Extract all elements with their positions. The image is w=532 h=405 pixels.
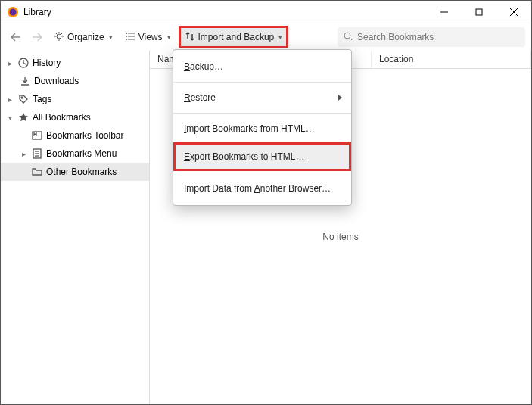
svg-rect-3 (476, 9, 482, 15)
views-label: Views (138, 32, 163, 42)
menu-item-import-browser[interactable]: Import Data from Another Browser… (173, 175, 351, 202)
menu-item-restore[interactable]: Restore (173, 84, 351, 111)
menu-item-export-html[interactable]: Export Bookmarks to HTML… (173, 142, 351, 171)
sidebar-item-other-bookmarks[interactable]: Other Bookmarks (1, 163, 149, 181)
import-export-icon (185, 31, 195, 44)
import-backup-button[interactable]: Import and Backup ▾ (179, 26, 289, 48)
star-icon (17, 111, 30, 123)
organize-button[interactable]: Organize ▾ (49, 27, 117, 47)
menu-item-import-html[interactable]: Import Bookmarks from HTML… (173, 115, 351, 142)
chevron-right-icon[interactable]: ▸ (5, 59, 14, 67)
toolbar: Organize ▾ Views ▾ Import and Backup ▾ (1, 23, 531, 51)
forward-button[interactable] (28, 28, 46, 46)
svg-line-14 (350, 38, 352, 40)
chevron-right-icon[interactable]: ▸ (5, 95, 14, 104)
sidebar-item-all-bookmarks[interactable]: ▾ All Bookmarks (1, 108, 149, 126)
firefox-icon (7, 6, 19, 18)
svg-point-1 (10, 8, 17, 15)
sidebar-item-bookmarks-menu[interactable]: ▸ Bookmarks Menu (1, 145, 149, 163)
sidebar-item-label: Downloads (34, 76, 79, 86)
empty-label: No items (322, 232, 358, 242)
download-icon (19, 75, 31, 87)
column-header-location[interactable]: Location (372, 51, 531, 68)
search-icon (344, 32, 353, 43)
sidebar: ▸ History Downloads ▸ Tags ▾ All Bookmar… (1, 51, 150, 404)
import-backup-menu: Backup… Restore Import Bookmarks from HT… (173, 49, 352, 206)
minimize-button[interactable] (427, 1, 462, 23)
svg-point-13 (344, 33, 350, 39)
window-title: Library (23, 7, 427, 17)
sidebar-item-history[interactable]: ▸ History (1, 54, 149, 72)
close-button[interactable] (496, 1, 531, 23)
sidebar-item-label: All Bookmarks (33, 112, 91, 123)
list-icon (125, 31, 135, 44)
svg-point-12 (126, 39, 127, 40)
search-input[interactable] (357, 32, 519, 42)
sidebar-item-label: Bookmarks Toolbar (46, 130, 124, 141)
titlebar: Library (1, 1, 531, 23)
menu-separator (173, 173, 351, 173)
sidebar-item-bookmarks-toolbar[interactable]: Bookmarks Toolbar (1, 126, 149, 145)
gear-icon (54, 31, 64, 44)
window-controls (427, 1, 531, 23)
svg-point-6 (57, 34, 61, 39)
sidebar-item-tags[interactable]: ▸ Tags (1, 90, 149, 108)
bookmarks-menu-icon (31, 148, 43, 160)
search-box[interactable] (338, 27, 525, 47)
menu-separator (173, 82, 351, 83)
svg-point-16 (21, 97, 23, 98)
bookmarks-toolbar-icon (31, 129, 43, 142)
chevron-down-icon[interactable]: ▾ (5, 114, 14, 122)
chevron-down-icon: ▾ (278, 33, 282, 41)
views-button[interactable]: Views ▾ (120, 27, 176, 47)
svg-point-10 (126, 33, 127, 34)
chevron-down-icon: ▾ (167, 33, 171, 41)
import-backup-label: Import and Backup (198, 32, 275, 42)
svg-point-11 (126, 36, 127, 37)
maximize-button[interactable] (462, 1, 496, 23)
folder-icon (31, 166, 43, 178)
chevron-right-icon[interactable]: ▸ (19, 150, 28, 158)
chevron-down-icon: ▾ (109, 33, 113, 41)
organize-label: Organize (67, 32, 104, 42)
menu-item-backup[interactable]: Backup… (173, 53, 351, 80)
clock-icon (17, 57, 30, 69)
sidebar-item-label: History (33, 58, 61, 68)
menu-separator (173, 113, 351, 114)
back-button[interactable] (7, 28, 25, 46)
sidebar-item-label: Bookmarks Menu (46, 148, 117, 159)
sidebar-item-label: Tags (33, 94, 51, 104)
sidebar-item-label: Other Bookmarks (46, 167, 117, 177)
tag-icon (17, 93, 30, 105)
sidebar-item-downloads[interactable]: Downloads (1, 72, 149, 90)
